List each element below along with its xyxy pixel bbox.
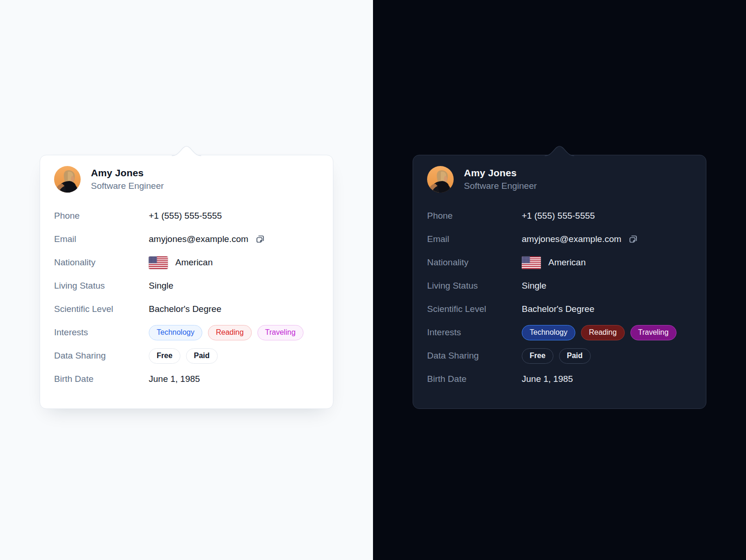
person-title: Software Engineer	[91, 181, 164, 191]
interests-tags: TechnologyReadingTraveling	[522, 325, 692, 340]
copy-email-button[interactable]	[254, 233, 266, 245]
row-phone: Phone +1 (555) 555-5555	[54, 204, 319, 228]
detail-rows: Phone +1 (555) 555-5555 Email amyjones@e…	[427, 204, 692, 391]
profile-header: Amy Jones Software Engineer	[54, 166, 319, 193]
data-sharing-tag: Paid	[186, 348, 218, 364]
interests-tag: Traveling	[257, 325, 304, 340]
interests-tag: Reading	[581, 325, 625, 340]
row-data-sharing: Data Sharing FreePaid	[427, 344, 692, 367]
us-flag-icon	[522, 256, 541, 269]
field-label-nationality: Nationality	[54, 257, 149, 268]
row-data-sharing: Data Sharing FreePaid	[54, 344, 319, 367]
avatar	[427, 166, 454, 193]
person-title: Software Engineer	[464, 181, 537, 191]
interests-tag: Technology	[522, 325, 575, 340]
row-phone: Phone +1 (555) 555-5555	[427, 204, 692, 228]
row-birth-date: Birth Date June 1, 1985	[427, 367, 692, 391]
profile-header: Amy Jones Software Engineer	[427, 166, 692, 193]
person-name: Amy Jones	[91, 167, 164, 179]
field-label-data-sharing: Data Sharing	[54, 351, 149, 361]
row-nationality: Nationality	[54, 251, 319, 274]
data-sharing-tag: Free	[149, 348, 180, 364]
row-email: Email amyjones@example.com	[427, 228, 692, 251]
row-birth-date: Birth Date June 1, 1985	[54, 367, 319, 391]
data-sharing-tags: FreePaid	[522, 348, 692, 364]
field-label-phone: Phone	[54, 211, 149, 221]
detail-rows: Phone +1 (555) 555-5555 Email amyjones@e…	[54, 204, 319, 391]
field-value-scientific-level: Bachelor's Degree	[522, 304, 692, 314]
field-label-scientific-level: Scientific Level	[54, 304, 149, 314]
light-theme-panel: Amy Jones Software Engineer Phone +1 (55…	[0, 0, 373, 560]
field-label-living-status: Living Status	[427, 281, 522, 291]
field-label-data-sharing: Data Sharing	[427, 351, 522, 361]
tooltip-caret	[172, 145, 201, 156]
field-label-phone: Phone	[427, 211, 522, 221]
interests-tag: Reading	[208, 325, 252, 340]
field-value-nationality: American	[548, 257, 586, 268]
field-label-interests: Interests	[54, 327, 149, 338]
field-label-email: Email	[54, 234, 149, 244]
copy-icon	[628, 234, 639, 245]
data-sharing-tag: Free	[522, 348, 553, 364]
field-value-living-status: Single	[149, 281, 319, 291]
row-nationality: Nationality	[427, 251, 692, 274]
field-label-birth-date: Birth Date	[54, 374, 149, 384]
row-living-status: Living Status Single	[54, 274, 319, 297]
row-scientific-level: Scientific Level Bachelor's Degree	[54, 297, 319, 321]
row-interests: Interests TechnologyReadingTraveling	[54, 321, 319, 344]
row-living-status: Living Status Single	[427, 274, 692, 297]
field-label-scientific-level: Scientific Level	[427, 304, 522, 314]
tooltip-caret	[545, 145, 574, 156]
header-text: Amy Jones Software Engineer	[464, 167, 537, 191]
interests-tags: TechnologyReadingTraveling	[149, 325, 319, 340]
data-sharing-tags: FreePaid	[149, 348, 319, 364]
dark-theme-panel: Amy Jones Software Engineer Phone +1 (55…	[373, 0, 746, 560]
field-label-living-status: Living Status	[54, 281, 149, 291]
field-label-birth-date: Birth Date	[427, 374, 522, 384]
avatar	[54, 166, 81, 193]
field-value-birth-date: June 1, 1985	[522, 374, 692, 384]
person-name: Amy Jones	[464, 167, 537, 179]
field-value-email: amyjones@example.com	[149, 234, 249, 244]
profile-card-dark: Amy Jones Software Engineer Phone +1 (55…	[413, 155, 706, 409]
interests-tag: Traveling	[630, 325, 677, 340]
row-scientific-level: Scientific Level Bachelor's Degree	[427, 297, 692, 321]
field-value-scientific-level: Bachelor's Degree	[149, 304, 319, 314]
field-value-phone: +1 (555) 555-5555	[522, 211, 692, 221]
field-value-phone: +1 (555) 555-5555	[149, 211, 319, 221]
copy-email-button[interactable]	[627, 233, 639, 245]
field-value-living-status: Single	[522, 281, 692, 291]
field-label-nationality: Nationality	[427, 257, 522, 268]
copy-icon	[255, 234, 266, 245]
field-value-birth-date: June 1, 1985	[149, 374, 319, 384]
field-value-email: amyjones@example.com	[522, 234, 622, 244]
us-flag-icon	[149, 256, 168, 269]
field-value-nationality: American	[175, 257, 213, 268]
field-label-email: Email	[427, 234, 522, 244]
profile-card-light: Amy Jones Software Engineer Phone +1 (55…	[40, 155, 333, 409]
row-email: Email amyjones@example.com	[54, 228, 319, 251]
header-text: Amy Jones Software Engineer	[91, 167, 164, 191]
field-label-interests: Interests	[427, 327, 522, 338]
row-interests: Interests TechnologyReadingTraveling	[427, 321, 692, 344]
data-sharing-tag: Paid	[559, 348, 591, 364]
interests-tag: Technology	[149, 325, 202, 340]
